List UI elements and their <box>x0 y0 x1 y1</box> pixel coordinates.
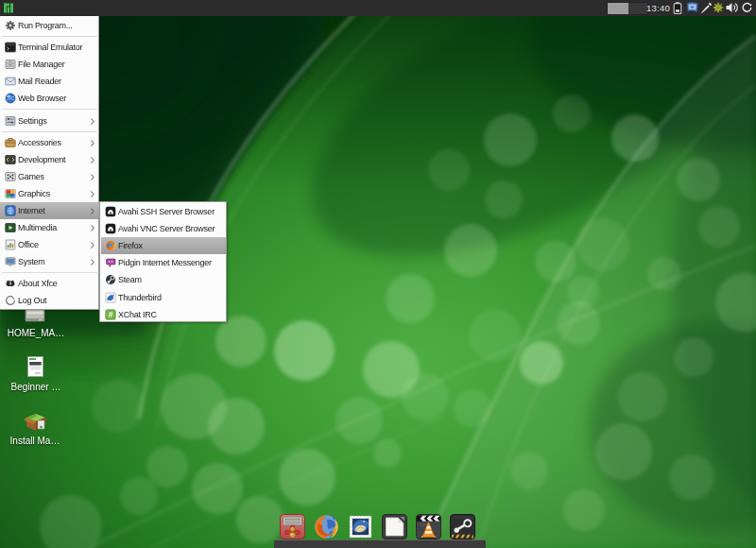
svg-text:#: # <box>109 310 113 319</box>
